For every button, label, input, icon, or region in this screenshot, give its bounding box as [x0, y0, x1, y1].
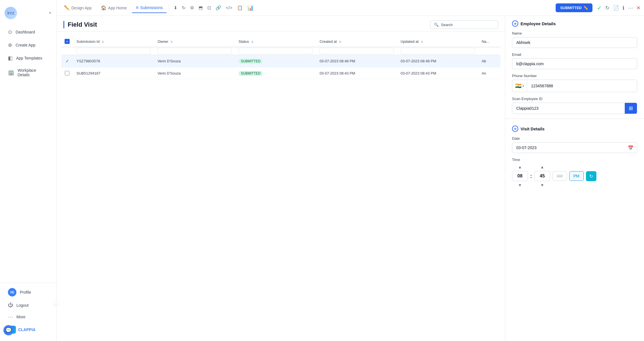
reload-icon[interactable]: ↻ [605, 5, 609, 11]
expand-icon[interactable]: ⊡ [206, 4, 212, 12]
row-checkbox-cell: ✓ [65, 58, 70, 64]
sidebar-collapse-button[interactable]: ‹ [53, 301, 59, 307]
date-input-wrapper: 📅 [512, 142, 637, 153]
code-icon[interactable]: </> [225, 4, 233, 12]
hours-up-button[interactable]: ▲ [517, 164, 523, 170]
sidebar-item-dashboard[interactable]: ⊙ Dashboard [2, 26, 54, 38]
status-badge: SUBMITTED [238, 59, 263, 64]
am-button[interactable]: AM [553, 171, 567, 181]
name-input[interactable] [512, 37, 637, 48]
sidebar-item-profile[interactable]: VE Profile [2, 285, 54, 299]
submissions-table: ▪ Submission Id ⇅ Owner ⇅ Stat [61, 36, 500, 79]
sidebar-item-logout[interactable]: ⏻ Logout [2, 299, 54, 311]
table-row[interactable]: ✓ YSZ79803578 Verin D'Souza SUBMITTED 03… [61, 55, 500, 67]
phone-input-wrapper: 🇮🇳 ▾ [512, 80, 637, 92]
create-app-icon: ⊕ [8, 42, 12, 48]
table-row[interactable]: SUB51294187 Verin D'Souza SUBMITTED 03-0… [61, 67, 500, 79]
qr-icon: ⊞ [629, 105, 633, 111]
cell-name: Ab [478, 55, 500, 67]
chat-widget-button[interactable]: 💬 [3, 325, 14, 335]
row-checkbox[interactable] [65, 71, 69, 75]
sort-icon[interactable]: ⇅ [421, 40, 423, 43]
sidebar-expand-icon[interactable]: ▼ [48, 11, 52, 15]
submitted-button[interactable]: SUBMITTED ✏️ [556, 3, 592, 12]
chart-icon[interactable]: 📊 [247, 5, 253, 11]
submissions-header: Field Visit 🔍 [57, 16, 505, 31]
section-collapse-icon[interactable]: ⊖ [512, 126, 518, 132]
confirm-icon[interactable]: ✓ [597, 5, 602, 11]
minutes-column: ▲ 45 ▼ [534, 164, 550, 188]
email-input[interactable] [512, 58, 637, 69]
hours-down-button[interactable]: ▼ [517, 182, 523, 188]
status-badge: SUBMITTED [238, 71, 263, 76]
sidebar-item-create-app[interactable]: ⊕ Create App [2, 39, 54, 51]
layout-icon[interactable]: ⬒ [197, 4, 204, 12]
sort-icon[interactable]: ⇅ [339, 40, 341, 43]
cell-created-at: 03-07-2023 08:48 PM [316, 55, 397, 67]
top-nav: ✏️ Design App 🏠 App Home ≡ Submissions ⬇… [57, 0, 644, 16]
sort-icon[interactable]: ⇅ [170, 40, 173, 43]
scan-id-input[interactable] [512, 103, 625, 114]
logout-icon: ⏻ [8, 302, 13, 308]
phone-flag-selector[interactable]: 🇮🇳 ▾ [512, 80, 527, 92]
tab-design-app[interactable]: ✏️ Design App [60, 3, 96, 13]
cell-owner: Verin D'Souza [154, 55, 235, 67]
app-logo: XYZ [5, 7, 17, 19]
more-options-icon[interactable]: ⋯ [628, 5, 633, 11]
search-input[interactable] [441, 23, 494, 27]
scan-input-wrapper: ⊞ [512, 103, 637, 114]
sort-icon[interactable]: ⇅ [251, 40, 253, 43]
section-divider [505, 118, 644, 119]
info-icon[interactable]: ℹ [622, 5, 624, 11]
tab-submissions[interactable]: ≡ Submissions [132, 3, 167, 13]
search-icon: 🔍 [434, 22, 439, 27]
col-header-checkbox: ▪ [61, 36, 73, 47]
filter-submission-id[interactable] [76, 48, 151, 54]
sort-icon[interactable]: ⇅ [102, 40, 104, 43]
refresh-time-button[interactable]: ↻ [586, 171, 596, 181]
col-header-owner: Owner ⇅ [154, 36, 235, 47]
more-icon: ⋯ [8, 314, 13, 320]
filter-owner[interactable] [157, 48, 232, 54]
date-label: Date [512, 136, 637, 141]
col-header-name: Na... [478, 36, 500, 47]
cell-updated-at: 03-07-2023 08:43 PM [397, 67, 478, 79]
sidebar-item-workplace-details[interactable]: 🏢 Workplace Details [2, 65, 54, 80]
filter-created-at[interactable] [319, 48, 394, 54]
tab-app-home[interactable]: 🏠 App Home [97, 3, 131, 13]
download-icon[interactable]: ⬇ [172, 4, 178, 12]
minutes-down-button[interactable]: ▼ [540, 182, 545, 188]
email-label: Email [512, 52, 637, 57]
close-icon[interactable]: ✕ [636, 5, 641, 11]
pm-button[interactable]: PM [569, 171, 584, 181]
select-all-checkbox[interactable]: ▪ [65, 39, 70, 44]
sidebar-item-app-templates[interactable]: ◧ App Templates [2, 52, 54, 64]
refresh-icon[interactable]: ↻ [181, 4, 187, 12]
row-check-icon: ✓ [65, 58, 69, 64]
cell-updated-at: 03-07-2023 08:48 PM [397, 55, 478, 67]
submitted-button-label: SUBMITTED [560, 6, 582, 10]
pdf-icon[interactable]: 📄 [613, 5, 619, 11]
sidebar-item-label: Create App [16, 43, 35, 47]
col-header-submission-id: Submission Id ⇅ [73, 36, 154, 47]
link-icon[interactable]: 🔗 [214, 4, 222, 12]
scan-qr-button[interactable]: ⊞ [625, 103, 637, 114]
minutes-up-button[interactable]: ▲ [540, 164, 545, 170]
search-box: 🔍 [430, 20, 498, 29]
minutes-value: 45 [534, 171, 550, 181]
phone-number-input[interactable] [527, 81, 637, 91]
section-collapse-icon[interactable]: ⊖ [512, 20, 518, 27]
page-title: Field Visit [63, 21, 97, 28]
filter-updated-at[interactable] [401, 48, 475, 54]
filter-status[interactable] [238, 48, 313, 54]
flag-emoji: 🇮🇳 [515, 83, 521, 89]
settings-icon[interactable]: ⚙ [189, 4, 195, 12]
cell-owner: Verin D'Souza [154, 67, 235, 79]
sidebar-item-more[interactable]: ⋯ More [2, 311, 54, 323]
right-toolbar: ✓ ↻ 📄 ℹ ⋯ ✕ [597, 5, 641, 11]
field-group-phone: Phone Number 🇮🇳 ▾ [505, 71, 644, 94]
calendar-button[interactable]: 📅 [624, 143, 637, 153]
copy-icon[interactable]: 📋 [236, 4, 244, 12]
date-input[interactable] [512, 143, 624, 153]
col-header-created-at: Created at ⇅ [316, 36, 397, 47]
